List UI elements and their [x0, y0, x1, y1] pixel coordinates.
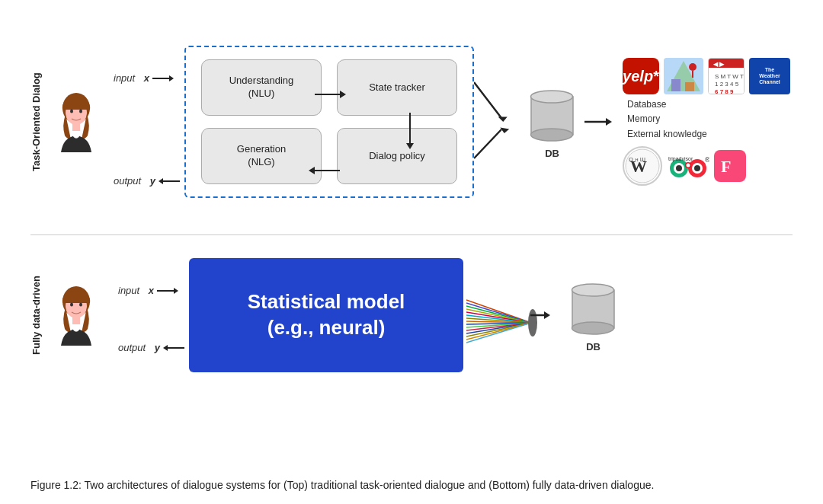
figure-caption: Figure 1.2: Two architectures of dialogu… [30, 477, 793, 493]
svg-text:Ω  н  Ш: Ω н Ш [629, 156, 645, 163]
svg-point-79 [572, 284, 614, 296]
svg-point-46 [687, 163, 690, 167]
top-section-label: Task-Oriented Dialog [30, 15, 42, 228]
svg-point-3 [70, 110, 73, 113]
map-icon [664, 58, 703, 94]
svg-marker-6 [169, 75, 174, 81]
foursquare-icon: F [714, 150, 746, 182]
svg-rect-2 [72, 123, 80, 131]
db-info-row: DatabaseMemoryExternal knowledge [623, 97, 707, 142]
nlg-module: Generation(NLG) [201, 128, 322, 184]
db-to-icons-arrow [584, 91, 615, 152]
svg-marker-56 [174, 288, 178, 294]
db-text-info: DatabaseMemoryExternal knowledge [627, 97, 707, 142]
svg-point-44 [694, 165, 700, 171]
yelp-icon: yelp * [623, 58, 659, 94]
top-section: Task-Oriented Dialog [30, 15, 793, 228]
top-avatar [50, 91, 103, 152]
bottom-db: DB [568, 279, 618, 352]
icons-area: yelp * [623, 58, 790, 186]
svg-point-4 [79, 110, 82, 113]
svg-line-15 [474, 82, 501, 118]
svg-text:1 2 3 4 5: 1 2 3 4 5 [715, 81, 739, 88]
svg-point-20 [531, 129, 573, 141]
bottom-input-label: input x [118, 285, 184, 296]
svg-marker-76 [544, 311, 550, 319]
svg-text:S M T W T: S M T W T [715, 73, 744, 80]
box-to-db-arrows [474, 46, 520, 198]
svg-line-16 [474, 129, 501, 158]
bottom-to-db-arrow [530, 292, 553, 338]
svg-point-28 [689, 63, 697, 71]
svg-marker-58 [163, 345, 168, 351]
svg-text:F: F [721, 157, 731, 176]
nlu-module: Understanding(NLU) [201, 59, 322, 116]
dialog-policy-module: Dialog policy [337, 128, 457, 184]
state-tracker-module: State tracker [337, 59, 457, 116]
section-separator [30, 234, 793, 235]
bottom-avatar [50, 285, 103, 346]
svg-marker-8 [159, 178, 163, 184]
svg-text:®: ® [705, 156, 709, 164]
bottom-output-label: output y [118, 342, 184, 353]
svg-point-43 [676, 165, 682, 171]
calendar-icon: ◀ ▶ S M T W T 1 2 3 4 5 6 7 8 9 [708, 58, 745, 94]
wires-connector [466, 285, 527, 346]
svg-rect-27 [685, 82, 694, 91]
svg-text:tripadvisor: tripadvisor [668, 156, 693, 162]
svg-point-54 [79, 303, 82, 307]
svg-rect-52 [72, 317, 80, 324]
statistical-model-box: Statistical model (e.g., neural) [189, 258, 463, 372]
top-io-labels: input x output y [114, 57, 180, 187]
svg-point-78 [572, 322, 614, 334]
svg-marker-23 [606, 118, 612, 126]
weather-icon: TheWeatherChannel [749, 58, 790, 94]
page-container: Task-Oriented Dialog [0, 0, 823, 504]
tripadvisor-icon: tripadvisor ® [667, 153, 709, 179]
icons-row-2: W Ω н Ш [623, 146, 746, 186]
top-db: DB [527, 85, 577, 159]
wikipedia-icon: W Ω н Ш [623, 146, 662, 186]
icons-row-1: yelp * [623, 58, 790, 94]
svg-rect-26 [671, 79, 680, 91]
top-output-label: output y [114, 175, 180, 187]
bottom-section-label: Fully data-driven [30, 243, 42, 388]
svg-point-53 [70, 303, 73, 307]
svg-line-73 [466, 323, 531, 343]
bottom-io-labels: input x output y [118, 277, 184, 353]
svg-point-21 [531, 91, 573, 103]
top-input-label: input x [114, 72, 180, 84]
svg-text:6 7 8 9: 6 7 8 9 [715, 88, 734, 94]
dashed-diagram-box: Understanding(NLU) State tracker Generat… [184, 46, 474, 198]
bottom-section: Fully data-driven input x [30, 243, 793, 388]
svg-marker-17 [498, 116, 508, 122]
svg-text:◀ ▶: ◀ ▶ [713, 61, 725, 68]
